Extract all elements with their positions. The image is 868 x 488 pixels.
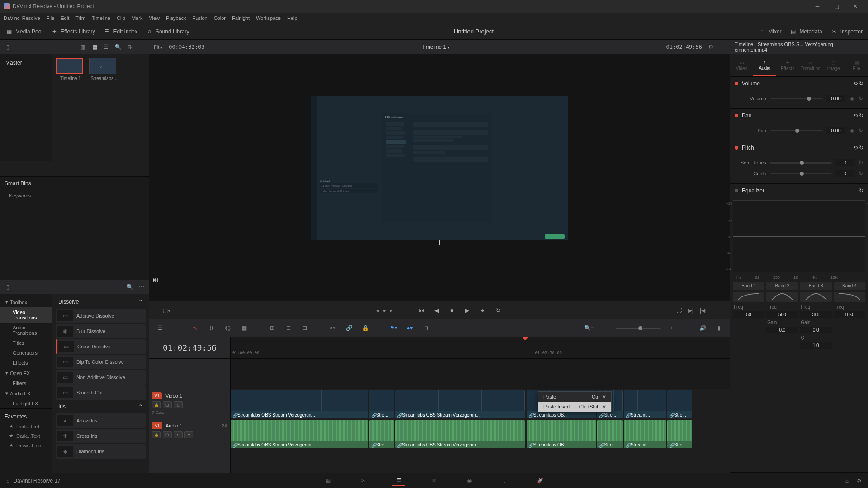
fx-cat-openfx[interactable]: ▾ Open FX [0, 368, 52, 378]
fx-item[interactable]: ✚Cross Iris [56, 429, 146, 443]
fx-cat-video-transitions[interactable]: Video Transitions [0, 307, 52, 323]
search-icon[interactable]: 🔍 [126, 283, 134, 291]
track-enable-icon[interactable]: ▢ [163, 401, 172, 408]
page-fusion[interactable]: ⚛ [428, 475, 440, 486]
favorite-item[interactable]: ★ Dark...hird [0, 422, 52, 431]
sound-library-toggle[interactable]: ♫Sound Library [146, 28, 189, 35]
page-cut[interactable]: ✂ [357, 475, 370, 486]
close-button[interactable]: ✕ [846, 1, 864, 12]
fx-group-iris[interactable]: Iris⌃ [54, 401, 147, 413]
more-icon[interactable]: ⋯ [720, 44, 725, 50]
zoom-plus-icon[interactable]: + [666, 323, 677, 333]
track-badge-a1[interactable]: A1 [152, 422, 162, 429]
fx-layout-button[interactable]: ▯ [4, 283, 12, 291]
snap-icon[interactable]: ⊓ [420, 323, 431, 333]
audio-clip[interactable]: 🔗Streamlabs OB... [527, 420, 597, 448]
lock-icon[interactable]: 🔒 [360, 323, 371, 333]
menu-item[interactable]: View [149, 15, 160, 21]
menu-item[interactable]: Workspace [256, 15, 281, 21]
gain-3[interactable]: 0.0 [800, 327, 832, 333]
reset-icon[interactable]: ↻ [858, 96, 863, 101]
video-track[interactable]: 🔗Streamlabs OBS Stream Verzögerun...🔗Str… [231, 389, 730, 419]
section-pan[interactable]: Pan⟲ ↻ [730, 109, 868, 122]
track-mute-button[interactable]: M [184, 431, 193, 438]
video-track-header[interactable]: V1 Video 1 🔒 ▢ ▯ 7 Clips [149, 389, 230, 419]
clip-thumb[interactable]: Timeline 1 [56, 58, 85, 81]
menu-item[interactable]: DaVinci Resolve [4, 15, 40, 21]
page-fairlight[interactable]: ♪ [498, 475, 511, 486]
inspector-tab-audio[interactable]: ♪Audio [753, 54, 776, 76]
band-curve-3[interactable] [800, 292, 832, 302]
menu-item[interactable]: Fairlight [232, 15, 250, 21]
fx-cat-effects[interactable]: Effects [0, 358, 52, 368]
link-icon[interactable]: 🔗 [344, 323, 354, 333]
menu-item[interactable]: Color [214, 15, 226, 21]
semitones-slider[interactable] [770, 162, 832, 164]
fx-item[interactable]: ▭Dip To Color Dissolve [56, 355, 146, 369]
audio-clip[interactable]: 🔗Streaml... [624, 420, 666, 448]
full-screen-icon[interactable]: ⛶ [676, 307, 682, 314]
inspector-tab-effects[interactable]: ✦Effects [776, 54, 799, 76]
view-list-button[interactable]: ☰ [102, 43, 110, 51]
q-3[interactable]: 1.0 [800, 342, 832, 349]
zoom-out-icon[interactable]: 🔍⁻ [583, 323, 594, 333]
view-thumb-button[interactable]: ▦ [90, 43, 99, 51]
fx-item[interactable]: ◉Blur Dissolve [56, 324, 146, 338]
band-curve-4[interactable] [834, 292, 865, 302]
fx-item[interactable]: ▭Cross Dissolve [56, 339, 146, 354]
cents-value[interactable]: 0 [835, 170, 854, 177]
pan-value[interactable]: 0.00 [826, 127, 845, 134]
edit-index-toggle[interactable]: ☰Edit Index [104, 28, 137, 35]
section-equalizer[interactable]: Equalizer↻ [730, 184, 868, 197]
menu-item[interactable]: Trim [75, 15, 85, 21]
fx-cat-audio-transitions[interactable]: Audio Transitions [0, 323, 52, 338]
favorite-item[interactable]: ★ Draw...Line [0, 441, 52, 450]
context-paste[interactable]: PasteCtrl+V [538, 392, 611, 402]
timeline-timecode[interactable]: 01:02:49:56 [149, 337, 230, 359]
more-icon[interactable]: ⋯ [137, 43, 146, 51]
track-lock-icon[interactable]: 🔒 [152, 401, 161, 408]
maximize-button[interactable]: ▢ [827, 1, 845, 12]
timeline-view-button[interactable]: ☰ [155, 323, 165, 333]
crop-icon[interactable]: ⬚▾ [163, 307, 170, 314]
viewer-options-icon[interactable]: ⚙ [708, 44, 713, 50]
audio-icon[interactable]: 🔊 [697, 323, 708, 333]
prev-clip-icon[interactable]: |◀ [700, 307, 705, 314]
goto-start-button[interactable]: ⏮ [417, 306, 426, 315]
blade-icon[interactable]: ✂ [327, 323, 338, 333]
clip-thumb[interactable]: ♪ Streamlabs... [89, 58, 119, 81]
menu-item[interactable]: Timeline [92, 15, 110, 21]
video-clip[interactable]: 🔗Streamlabs OBS Stream Verzögerun... [231, 390, 368, 418]
fx-item[interactable]: ▭Smooth Cut [56, 385, 146, 400]
track-solo-button[interactable]: S [174, 431, 183, 438]
section-pitch[interactable]: Pitch⟲ ↻ [730, 141, 868, 155]
menu-item[interactable]: Mark [132, 15, 142, 21]
eq-graph[interactable]: +24 +12 0 -12 -24 +24 -24 [733, 200, 865, 272]
menu-item[interactable]: Playback [166, 15, 186, 21]
video-clip[interactable]: 🔗Stre... [369, 390, 394, 418]
fx-item[interactable]: ▲Arrow Iris [56, 413, 146, 428]
favorite-item[interactable]: ★ Dark...Text [0, 431, 52, 441]
semitones-value[interactable]: 0 [835, 159, 854, 166]
layout-button[interactable]: ▯ [4, 43, 12, 51]
inspector-tab-image[interactable]: ▢Image [822, 54, 845, 76]
marker-icon[interactable]: ●▾ [404, 323, 415, 333]
zoom-slider[interactable] [616, 328, 661, 329]
inspector-tab-video[interactable]: ▭Video [730, 54, 753, 76]
sort-button[interactable]: ⇅ [126, 43, 134, 51]
track-badge-v1[interactable]: V1 [152, 392, 162, 399]
fx-item[interactable]: ▭Additive Dissolve [56, 309, 146, 323]
audio-clip[interactable]: 🔗Streamlabs OBS Stream Verzögerun... [231, 420, 368, 448]
section-volume[interactable]: Volume⟲ ↻ [730, 77, 868, 90]
settings-icon[interactable]: ⚙ [857, 478, 862, 484]
home-icon[interactable]: ⌂ [845, 478, 849, 484]
selection-tool[interactable]: ↖ [190, 323, 201, 333]
master-bin[interactable]: Master [4, 58, 48, 68]
page-color[interactable]: ◉ [463, 475, 476, 486]
fx-item[interactable]: ◆Diamond Iris [56, 444, 146, 459]
freq-1[interactable]: 50 [733, 311, 764, 318]
keyframe-icon[interactable]: ◆ [849, 128, 854, 133]
video-clip[interactable]: 🔗Streamlabs OBS Stream Verzögerun... [395, 390, 525, 418]
eq-band-4[interactable]: Band 4 [834, 282, 865, 290]
audio-clip[interactable]: 🔗Stre... [667, 420, 692, 448]
